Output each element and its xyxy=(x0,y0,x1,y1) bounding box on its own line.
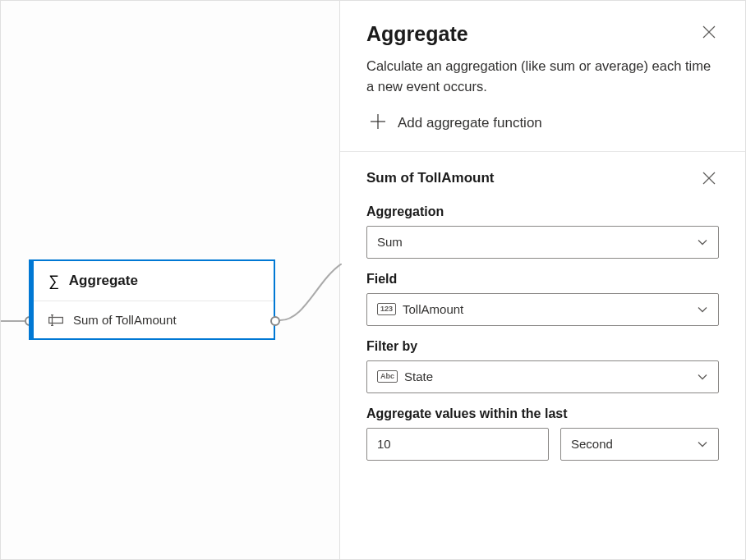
aggregation-label: Aggregation xyxy=(366,204,719,219)
field-label: Field xyxy=(366,272,719,287)
chevron-down-icon xyxy=(697,236,708,248)
add-aggregate-function-button[interactable]: Add aggregate function xyxy=(340,97,745,152)
filter-by-form-group: Filter by Abc State xyxy=(366,339,719,393)
within-unit-select[interactable]: Second xyxy=(560,428,719,461)
filter-by-select[interactable]: Abc State xyxy=(366,360,719,393)
aggregate-configuration-panel: Aggregate Calculate an aggregation (like… xyxy=(340,1,745,559)
connector-line-out xyxy=(280,264,342,325)
aggregation-form-group: Aggregation Sum xyxy=(366,204,719,259)
within-unit-value: Second xyxy=(571,437,613,451)
aggregation-value: Sum xyxy=(377,235,403,249)
section-header: Sum of TollAmount xyxy=(366,168,719,188)
node-header: ∑ Aggregate xyxy=(34,261,274,301)
close-icon xyxy=(702,172,716,185)
filter-by-label: Filter by xyxy=(366,339,719,354)
node-title: Aggregate xyxy=(69,273,138,289)
svg-rect-0 xyxy=(49,317,63,323)
section-title: Sum of TollAmount xyxy=(366,170,495,186)
close-panel-button[interactable] xyxy=(699,22,719,42)
node-item-label: Sum of TollAmount xyxy=(73,313,177,327)
canvas-area[interactable]: ∑ Aggregate Sum of TollAmount xyxy=(1,1,340,559)
node-item[interactable]: Sum of TollAmount xyxy=(34,301,274,338)
within-label: Aggregate values within the last xyxy=(366,406,719,421)
add-aggregate-label: Add aggregate function xyxy=(398,115,542,131)
panel-description: Calculate an aggregation (like sum or av… xyxy=(340,46,745,97)
field-select[interactable]: 123 TollAmount xyxy=(366,293,719,326)
sigma-icon: ∑ xyxy=(48,273,59,288)
aggregate-section: Sum of TollAmount Aggregation Sum xyxy=(340,152,745,474)
aggregate-node-card[interactable]: ∑ Aggregate Sum of TollAmount xyxy=(29,259,275,340)
field-value: TollAmount xyxy=(403,302,463,316)
filter-by-value: State xyxy=(404,370,433,383)
rename-icon xyxy=(48,314,63,326)
chevron-down-icon xyxy=(697,438,708,450)
plus-icon xyxy=(370,113,386,133)
remove-aggregate-button[interactable] xyxy=(699,168,719,188)
connector-line-in xyxy=(1,320,25,322)
panel-title: Aggregate xyxy=(366,22,468,46)
numeric-type-badge: 123 xyxy=(377,303,396,315)
chevron-down-icon xyxy=(697,371,708,383)
chevron-down-icon xyxy=(697,304,708,315)
text-type-badge: Abc xyxy=(377,370,398,383)
output-port[interactable] xyxy=(270,316,280,326)
panel-header: Aggregate xyxy=(340,1,745,46)
aggregation-select[interactable]: Sum xyxy=(366,226,719,259)
within-form-group: Aggregate values within the last Second xyxy=(366,406,719,461)
close-icon xyxy=(702,25,716,39)
field-form-group: Field 123 TollAmount xyxy=(366,272,719,326)
within-value-input[interactable] xyxy=(366,428,549,461)
